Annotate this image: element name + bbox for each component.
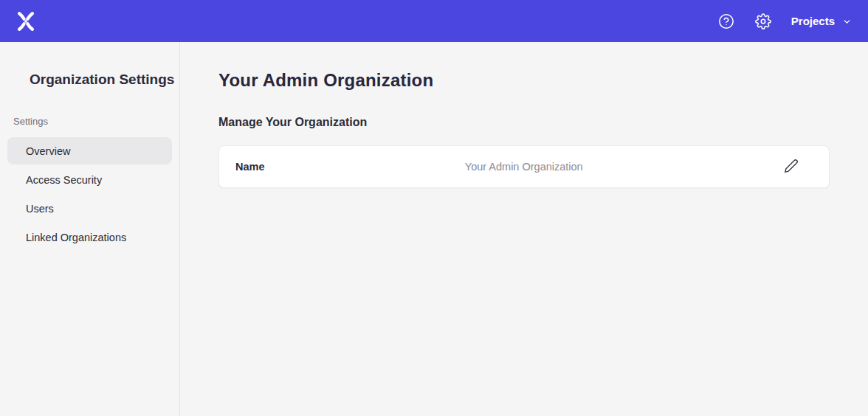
top-navigation-bar: Projects bbox=[0, 0, 868, 42]
name-field-label: Name bbox=[235, 161, 265, 173]
sidebar-section-label: Settings bbox=[0, 116, 179, 127]
brand-x-logo[interactable] bbox=[15, 10, 37, 32]
sidebar-item-overview[interactable]: Overview bbox=[7, 137, 172, 164]
organization-name-row: Name Your Admin Organization bbox=[218, 145, 830, 188]
settings-sidebar: Organization Settings Settings OverviewA… bbox=[0, 42, 180, 416]
help-circle-icon bbox=[718, 13, 734, 30]
projects-dropdown-label: Projects bbox=[791, 15, 835, 27]
gear-icon bbox=[755, 13, 771, 30]
sidebar-title: Organization Settings bbox=[0, 72, 179, 88]
name-field-value: Your Admin Organization bbox=[265, 161, 784, 173]
edit-name-button[interactable] bbox=[783, 159, 799, 175]
section-title: Manage Your Organization bbox=[218, 116, 830, 129]
pencil-icon bbox=[784, 159, 799, 176]
sidebar-item-linked-organizations[interactable]: Linked Organizations bbox=[7, 223, 172, 251]
help-button[interactable] bbox=[717, 13, 735, 30]
settings-button[interactable] bbox=[754, 13, 772, 30]
sidebar-item-users[interactable]: Users bbox=[7, 195, 172, 222]
projects-dropdown[interactable]: Projects bbox=[791, 15, 852, 27]
main-content: Your Admin Organization Manage Your Orga… bbox=[180, 42, 868, 416]
page-title: Your Admin Organization bbox=[218, 70, 830, 91]
chevron-down-icon bbox=[842, 15, 852, 27]
sidebar-nav-list: OverviewAccess SecurityUsersLinked Organ… bbox=[0, 137, 179, 251]
sidebar-item-access-security[interactable]: Access Security bbox=[7, 166, 172, 193]
